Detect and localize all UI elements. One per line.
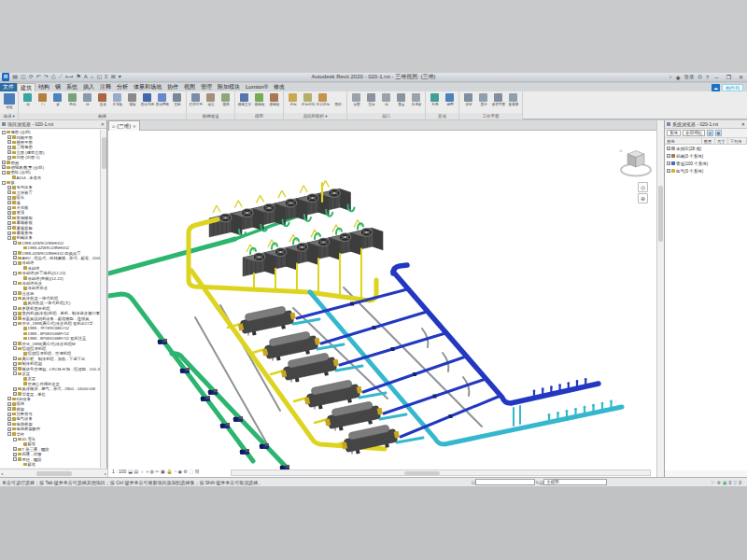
system-row[interactable]: +管道(100 个系统)	[665, 160, 747, 167]
expander-icon[interactable]: +	[667, 154, 670, 158]
plugin-button[interactable]: 构件坞	[722, 84, 743, 91]
default-3d-view-icon[interactable]: ⌂	[91, 73, 94, 81]
tool-门[interactable]: 门	[35, 92, 49, 106]
cooling-tower[interactable]	[243, 245, 275, 276]
tool-楼梯[interactable]: 楼梯	[218, 92, 233, 106]
tag-by-category-icon[interactable]: ⚑	[76, 73, 80, 81]
expander-icon[interactable]: +	[2, 161, 6, 164]
tool-幕墙网格[interactable]: 幕墙网格	[155, 92, 169, 106]
tree-item[interactable]: -开放_1988(离心式)冷水机组 双机出口管	[0, 321, 100, 326]
expander-icon[interactable]: -	[13, 297, 17, 301]
tool-构件[interactable]: 构件	[65, 92, 79, 106]
sync-icon[interactable]: ⟳	[29, 73, 34, 81]
expander-icon[interactable]: -	[2, 171, 6, 175]
minimize-button[interactable]: ─	[712, 75, 721, 80]
tool-参照平面[interactable]: 参照平面	[491, 92, 505, 106]
press-drag-icon[interactable]: ✥	[717, 480, 721, 485]
customize-qat-icon[interactable]: ▾	[119, 73, 121, 81]
tool-按面[interactable]: 按面	[349, 92, 363, 106]
expander-icon[interactable]: +	[7, 196, 11, 200]
tool-模型组[interactable]: 模型组	[267, 92, 281, 106]
tab-文件[interactable]: 文件	[0, 83, 17, 91]
tool-柱[interactable]: 柱	[80, 92, 94, 106]
tool-查看器[interactable]: 查看器	[506, 92, 520, 106]
expander-icon[interactable]: -	[13, 438, 17, 441]
exclude-options-icon[interactable]: ⚐	[711, 480, 714, 485]
expander-icon[interactable]: -	[13, 346, 17, 350]
expander-icon[interactable]: +	[7, 231, 11, 235]
cloud-plugin-icon[interactable]: ☁	[712, 84, 720, 91]
expander-icon[interactable]: -	[2, 181, 6, 185]
expander-icon[interactable]: +	[13, 357, 17, 360]
thin-lines-icon[interactable]: ≡	[105, 73, 108, 81]
system-filter-dropdown[interactable]: 系统	[667, 130, 681, 136]
expander-icon[interactable]: +	[2, 165, 6, 169]
expander-icon[interactable]: +	[13, 306, 17, 310]
expander-icon[interactable]: +	[7, 211, 11, 215]
expander-icon[interactable]: +	[7, 422, 11, 426]
tab-注释[interactable]: 注释	[97, 83, 114, 91]
expander-icon[interactable]: +	[7, 221, 11, 225]
tab-附加模块[interactable]: 附加模块	[215, 83, 243, 91]
tab-插入[interactable]: 插入	[80, 83, 97, 91]
expander-icon[interactable]: +	[7, 190, 11, 194]
expander-icon[interactable]: +	[13, 251, 17, 255]
tab-分析[interactable]: 分析	[114, 83, 131, 91]
expander-icon[interactable]: +	[7, 146, 11, 149]
expander-icon[interactable]: -	[13, 371, 17, 375]
expander-icon[interactable]: +	[13, 291, 17, 295]
expander-icon[interactable]: +	[13, 316, 17, 320]
model-viewport[interactable]: ⌂	[108, 131, 656, 477]
expander-icon[interactable]: +	[667, 147, 670, 150]
system-row[interactable]: +机械(0 个系统)	[665, 152, 747, 160]
expander-icon[interactable]: +	[7, 226, 11, 230]
expander-icon[interactable]: +	[7, 397, 11, 400]
sign-in-button[interactable]: 登录	[684, 74, 695, 80]
tool-竖梃[interactable]: 竖梃	[170, 92, 184, 106]
expander-icon[interactable]: +	[7, 156, 11, 160]
tool-模型线[interactable]: 模型线	[252, 92, 266, 106]
search-icon[interactable]: ⌕	[669, 74, 672, 80]
tool-模型文字[interactable]: 模型文字	[237, 92, 251, 106]
redo-icon[interactable]: ↷	[44, 73, 49, 81]
detail-level-icon[interactable]: ⬓	[128, 469, 133, 474]
tree-item[interactable]: +室内机(风冷热)机组 - 单机 - 制冷进水接口零部件	[0, 311, 100, 315]
canvas-hscrollbar[interactable]	[231, 469, 651, 476]
tool-墙[interactable]: 墙	[379, 92, 393, 106]
chiller-unit[interactable]	[236, 304, 298, 338]
tree-item[interactable]: +AHU - 组合式 - 回转翼板 - 形式 - 标准 - 2000 - 100…	[0, 256, 100, 260]
tab-结构[interactable]: 结构	[35, 83, 52, 91]
tool-房间[interactable]: 房间	[286, 92, 300, 106]
temporary-hide-isolate-icon[interactable]: ◔	[174, 469, 176, 474]
expander-icon[interactable]: +	[13, 342, 17, 345]
expander-icon[interactable]: -	[13, 272, 17, 275]
expander-icon[interactable]: -	[13, 322, 17, 326]
displaced-elements-icon[interactable]: ⬚	[189, 469, 193, 474]
user-icon[interactable]: ◉	[676, 75, 681, 80]
revit-menu-icon[interactable]: R	[2, 73, 9, 81]
crop-view-icon[interactable]: ✂	[155, 469, 159, 474]
active-workset-box[interactable]	[475, 479, 535, 485]
tool-幕墙系统[interactable]: 幕墙系统	[140, 92, 154, 106]
tab-协作[interactable]: 协作	[164, 83, 181, 91]
expander-icon[interactable]: -	[13, 457, 17, 461]
visual-style-icon[interactable]: ▤	[134, 469, 139, 474]
aligned-dimension-icon[interactable]: ⟷	[65, 73, 74, 81]
chiller-unit[interactable]	[279, 351, 341, 385]
reveal-hidden-elements-icon[interactable]: ◉	[177, 469, 181, 474]
expander-icon[interactable]: -	[13, 281, 17, 285]
expander-icon[interactable]: +	[13, 241, 17, 245]
expander-icon[interactable]: +	[7, 413, 11, 416]
selection-filter-icon[interactable]: ▽	[733, 480, 737, 485]
expander-icon[interactable]: +	[667, 169, 670, 173]
expander-icon[interactable]: -	[13, 261, 17, 265]
expander-icon[interactable]: +	[7, 150, 11, 154]
expander-icon[interactable]: +	[13, 312, 17, 315]
expander-icon[interactable]: -	[2, 131, 6, 134]
tool-竖井[interactable]: 竖井	[364, 92, 378, 106]
expander-icon[interactable]: -	[7, 236, 11, 240]
tool-标记房间[interactable]: 标记房间	[316, 92, 330, 106]
view-tab-3d[interactable]: ⌂ {三维} ✕	[108, 120, 140, 131]
tool-显示[interactable]: 显示	[476, 92, 490, 106]
tool-墙[interactable]: 墙	[21, 92, 35, 106]
